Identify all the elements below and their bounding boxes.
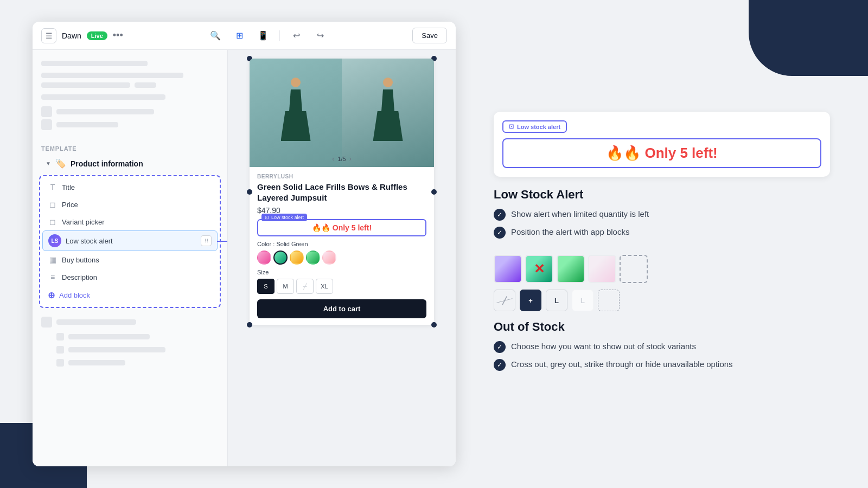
- variant-thumb-crossed: [525, 255, 553, 283]
- size-demo-dashed: [598, 290, 620, 311]
- mobile-view-icon[interactable]: 📱: [256, 28, 271, 43]
- add-block-button[interactable]: ⊕ Add block: [42, 286, 218, 305]
- skeleton-box: [135, 82, 156, 88]
- low-stock-avatar: LS: [48, 234, 61, 247]
- description-icon: ≡: [48, 273, 58, 281]
- size-btn-s[interactable]: S: [257, 279, 275, 294]
- preview-card-badge: ⊡ Low stock alert: [502, 120, 567, 133]
- preview-card: ⊡ Low stock alert 🔥🔥 Only 5 left!: [494, 112, 830, 177]
- drag-handle-icon[interactable]: ⠿: [201, 235, 212, 246]
- preview-wrapper: ‹ 1/5 › BERRYLUSH Green Solid Lace Frill…: [250, 59, 434, 325]
- block-item-description[interactable]: ≡ Description: [42, 268, 218, 286]
- check-icon-2: ✓: [494, 227, 506, 239]
- product-info-section: ▼ 🏷️ Product information T Title ◻ Price: [39, 154, 221, 308]
- low-stock-alert-preview: ⊡ Low stock alert 🔥🔥 Only 5 left!: [257, 219, 426, 236]
- prev-image-button[interactable]: ‹: [332, 155, 334, 163]
- preview-card-alert: 🔥🔥 Only 5 left!: [502, 138, 821, 168]
- add-to-cart-button[interactable]: Add to cart: [257, 299, 426, 318]
- image-navigation: ‹ 1/5 ›: [332, 155, 351, 163]
- block-item-title[interactable]: T Title: [42, 178, 218, 196]
- undo-icon[interactable]: ↩: [289, 28, 304, 43]
- add-icon: ⊕: [48, 290, 55, 300]
- product-details: BERRYLUSH Green Solid Lace Frills Bows &…: [250, 167, 434, 325]
- size-demo-greyed: L: [572, 290, 593, 311]
- skeleton-line: [41, 73, 183, 78]
- block-item-variant-picker[interactable]: ◻ Variant picker: [42, 213, 218, 230]
- chevron-down-icon: ▼: [46, 160, 51, 166]
- connect-line: [217, 241, 228, 242]
- size-demo: ╱ + L L: [494, 290, 830, 311]
- skeleton-line: [56, 109, 154, 114]
- next-image-button[interactable]: ›: [349, 155, 352, 163]
- product-block-list: T Title ◻ Price ◻ Variant picker: [39, 175, 221, 308]
- theme-name: Dawn: [62, 31, 81, 40]
- block-item-buy-buttons[interactable]: ▦ Buy buttons: [42, 251, 218, 268]
- variant-thumb-greyed: [588, 255, 616, 283]
- figure-body: [288, 89, 304, 111]
- color-swatch-green[interactable]: [273, 251, 288, 265]
- editor-header: ☰ Dawn Live ••• 🔍 ⊞ 📱 ↩ ↪ Save: [33, 22, 456, 50]
- block-label-variant-picker: Variant picker: [62, 218, 105, 226]
- product-image-secondary: [342, 59, 434, 167]
- grid-view-icon[interactable]: ⊞: [232, 28, 247, 43]
- selection-handle-br: [431, 322, 437, 328]
- selection-handle-ml: [247, 189, 252, 195]
- figure-skirt-2: [373, 111, 403, 141]
- redo-icon[interactable]: ↪: [312, 28, 328, 43]
- low-stock-preview-badge: ⊡ Low stock alert: [261, 214, 307, 221]
- skeleton-line: [41, 61, 148, 66]
- size-btn-xl[interactable]: XL: [316, 279, 333, 294]
- size-options: S M ╱ XL: [257, 279, 426, 294]
- badge-text: Low stock alert: [271, 215, 304, 220]
- buy-buttons-icon: ▦: [48, 255, 58, 264]
- skeleton-line: [68, 360, 125, 365]
- block-item-price[interactable]: ◻ Price: [42, 196, 218, 213]
- editor-toolbar: 🔍 ⊞ 📱 ↩ ↪: [130, 28, 406, 43]
- feature-item-1: ✓ Show alert when limited quantity is le…: [494, 208, 830, 221]
- product-page-preview: ‹ 1/5 › BERRYLUSH Green Solid Lace Frill…: [250, 59, 434, 325]
- variant-thumb-purple: [494, 255, 522, 283]
- color-swatch-light[interactable]: [322, 251, 336, 265]
- size-section: Size S M ╱ XL: [257, 269, 426, 294]
- editor-sidebar: TEMPLATE ▼ 🏷️ Product information T Titl…: [33, 50, 228, 466]
- dress-figure-main: [279, 78, 312, 148]
- color-swatch-pink[interactable]: [257, 251, 271, 265]
- editor-body: TEMPLATE ▼ 🏷️ Product information T Titl…: [33, 50, 456, 466]
- out-of-stock-text-2: Cross out, grey out, strike through or h…: [511, 358, 733, 370]
- color-swatches: [257, 251, 426, 265]
- size-btn-unavailable[interactable]: ╱: [296, 279, 314, 294]
- search-icon[interactable]: 🔍: [208, 28, 223, 43]
- low-stock-feature-section: Low Stock Alert ✓ Show alert when limite…: [494, 188, 830, 244]
- color-swatch-olive[interactable]: [306, 251, 320, 265]
- size-demo-active: +: [520, 290, 541, 311]
- size-demo-l: L: [546, 290, 567, 311]
- size-btn-m[interactable]: M: [277, 279, 294, 294]
- skeleton-line: [68, 334, 150, 339]
- editor-header-right: Save: [412, 28, 447, 43]
- size-demo-strikethrough: ╱: [494, 290, 515, 311]
- skeleton-line: [68, 347, 165, 352]
- product-info-title: Product information: [71, 159, 143, 168]
- skeleton-line: [41, 82, 130, 88]
- product-icon: 🏷️: [55, 158, 66, 169]
- product-title: Green Solid Lace Frills Bows & Ruffles L…: [257, 182, 426, 203]
- block-item-low-stock-alert[interactable]: LS Low stock alert ⠿: [42, 230, 218, 251]
- skeleton-line: [56, 122, 118, 127]
- out-of-stock-feature-2: ✓ Cross out, grey out, strike through or…: [494, 358, 830, 371]
- feature-item-2: ✓ Position the alert with app blocks: [494, 226, 830, 239]
- block-label-low-stock: Low stock alert: [66, 237, 196, 245]
- badge-icon: ⊡: [265, 215, 269, 220]
- color-swatch-yellow[interactable]: [290, 251, 304, 265]
- skeleton-box: [41, 106, 52, 117]
- color-label: Color : Solid Green: [257, 241, 426, 247]
- text-icon: T: [48, 183, 58, 191]
- save-button[interactable]: Save: [412, 28, 447, 43]
- figure-body-2: [380, 89, 396, 111]
- product-info-header[interactable]: ▼ 🏷️ Product information: [39, 154, 221, 173]
- block-label-price: Price: [62, 201, 78, 209]
- out-of-stock-section: ╱ + L L Out of Stock ✓ Choose how you wa…: [494, 255, 830, 376]
- more-options-button[interactable]: •••: [113, 30, 123, 41]
- back-button[interactable]: ☰: [41, 28, 56, 43]
- editor-preview: ‹ 1/5 › BERRYLUSH Green Solid Lace Frill…: [228, 50, 456, 466]
- feature-text-2: Position the alert with app blocks: [511, 226, 629, 237]
